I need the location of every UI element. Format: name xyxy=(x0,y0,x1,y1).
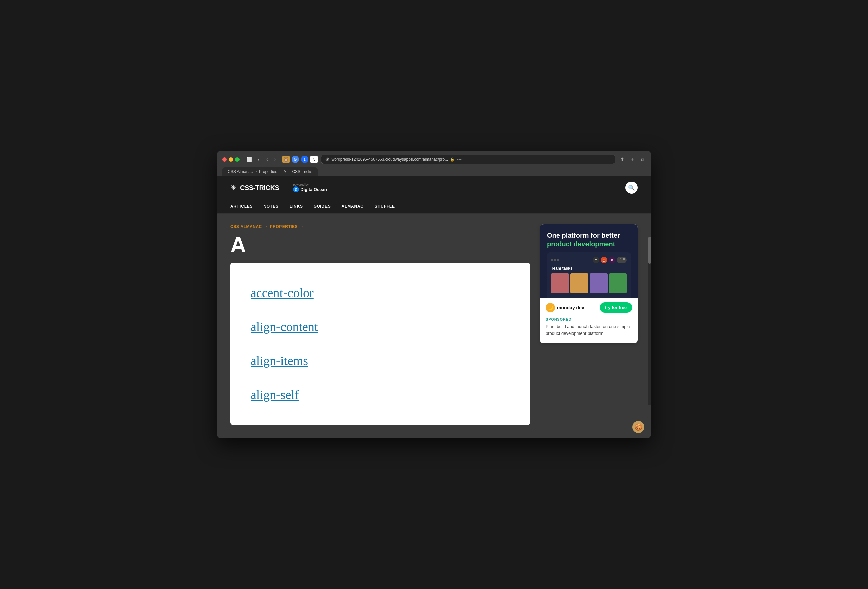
powered-by: powered by D DigitalOcean xyxy=(293,183,327,192)
ad-mockup: ⊙ 🦊 # +100 Team tasks xyxy=(547,253,631,297)
ad-dot-2 xyxy=(554,259,556,261)
chevron-down-icon[interactable]: ▾ xyxy=(255,156,262,163)
digital-ocean-icon: D xyxy=(293,186,299,192)
back-button[interactable]: ‹ xyxy=(265,155,269,163)
gitlab-icon-badge: 🦊 xyxy=(601,256,607,263)
owlkeys-extension-icon[interactable]: 🦉 xyxy=(282,155,289,163)
links-card: accent-color align-content align-items a… xyxy=(230,263,530,425)
nav-item-guides[interactable]: GUIDES xyxy=(314,199,331,213)
site-nav: ARTICLES NOTES LINKS GUIDES ALMANAC SHUF… xyxy=(217,199,651,214)
notion-extension-icon[interactable]: N xyxy=(310,155,318,163)
more-icon: ••• xyxy=(457,157,462,162)
split-view-icon[interactable]: ⧉ xyxy=(639,156,646,163)
main-content: CSS ALMANAC → PROPERTIES → A accent-colo… xyxy=(230,224,530,425)
ad-sponsored: SPONSORED Plan, build and launch faster,… xyxy=(540,317,638,343)
ad-dots xyxy=(551,259,559,261)
ad-kanban-col-1 xyxy=(551,273,569,293)
google-extension-icon[interactable]: G xyxy=(292,155,299,163)
nav-item-almanac[interactable]: ALMANAC xyxy=(342,199,364,213)
page-title: A xyxy=(230,234,530,256)
breadcrumb: CSS ALMANAC → PROPERTIES → xyxy=(230,224,530,229)
digital-ocean-logo: D DigitalOcean xyxy=(293,186,327,192)
cookie-icon[interactable]: 🍪 xyxy=(632,421,644,433)
monday-logo: 🌙 monday dev xyxy=(546,303,585,312)
ad-headline-line1: One platform for better xyxy=(547,232,620,239)
sponsored-description: Plan, build and launch faster, on one si… xyxy=(546,323,632,341)
search-button[interactable]: 🔍 xyxy=(626,182,638,194)
slack-icon-badge: # xyxy=(609,256,616,263)
ad-kanban-col-4 xyxy=(609,273,627,293)
lock-icon: 🔒 xyxy=(450,157,455,162)
nav-item-notes[interactable]: NOTES xyxy=(263,199,279,213)
address-bar[interactable]: ✳ wordpress-1242695-4567563.cloudwaysapp… xyxy=(321,155,616,164)
new-tab-icon[interactable]: + xyxy=(629,156,636,163)
content-area: CSS ALMANAC → PROPERTIES → A accent-colo… xyxy=(217,214,651,438)
ad-card: One platform for better product developm… xyxy=(540,224,638,343)
nav-item-articles[interactable]: ARTICLES xyxy=(230,199,252,213)
close-button[interactable] xyxy=(222,157,227,162)
nav-item-links[interactable]: LINKS xyxy=(289,199,303,213)
logo-name: CSS-TRICKS xyxy=(240,184,279,192)
ad-task-title: Team tasks xyxy=(551,266,627,271)
ad-dot-3 xyxy=(557,259,559,261)
logo-divider xyxy=(286,182,286,192)
ad-icons-row: ⊙ 🦊 # +100 xyxy=(593,256,627,263)
share-icon[interactable]: ⬆ xyxy=(619,156,626,163)
sidebar-toggle-icon[interactable]: ⬜ xyxy=(245,156,252,163)
link-accent-color[interactable]: accent-color xyxy=(251,276,510,310)
nav-item-shuffle[interactable]: SHUFFLE xyxy=(375,199,395,213)
ad-kanban-col-3 xyxy=(589,273,608,293)
ad-kanban-cols xyxy=(551,273,627,293)
traffic-lights xyxy=(222,157,239,162)
ad-kanban-col-2 xyxy=(570,273,589,293)
forward-button[interactable]: › xyxy=(273,155,277,163)
monday-text: monday dev xyxy=(557,305,585,310)
ad-dot-1 xyxy=(551,259,553,261)
breadcrumb-arrow-2: → xyxy=(300,224,304,229)
sponsored-label: SPONSORED xyxy=(546,317,632,321)
ad-headline: One platform for better product developm… xyxy=(547,231,631,249)
powered-by-text: powered by xyxy=(293,183,309,186)
ad-footer: 🌙 monday dev try for free xyxy=(540,297,638,317)
link-align-items[interactable]: align-items xyxy=(251,344,510,378)
breadcrumb-arrow-1: → xyxy=(264,224,268,229)
tab-title: CSS Almanac → Properties → A — CSS-Trick… xyxy=(228,169,312,174)
sidebar: One platform for better product developm… xyxy=(540,224,638,425)
minimize-button[interactable] xyxy=(229,157,233,162)
github-icon-badge: ⊙ xyxy=(593,256,599,263)
ad-image-section: One platform for better product developm… xyxy=(540,224,638,297)
ad-plus-badge: +100 xyxy=(617,256,627,263)
scrollbar-thumb[interactable] xyxy=(648,237,651,263)
browser-tab[interactable]: CSS Almanac → Properties → A — CSS-Trick… xyxy=(222,167,318,176)
url-text: wordpress-1242695-4567563.cloudwaysapps.… xyxy=(332,157,449,162)
site-logo[interactable]: ✳ CSS-TRICKS powered by D DigitalOcean xyxy=(230,182,327,192)
ad-mockup-header: ⊙ 🦊 # +100 xyxy=(551,256,627,263)
breadcrumb-almanac[interactable]: CSS ALMANAC xyxy=(230,224,262,229)
scrollbar[interactable] xyxy=(648,237,651,405)
ad-headline-line2: product development xyxy=(547,240,615,248)
breadcrumb-properties[interactable]: PROPERTIES xyxy=(270,224,298,229)
site-header: ✳ CSS-TRICKS powered by D DigitalOcean 🔍 xyxy=(217,176,651,199)
maximize-button[interactable] xyxy=(235,157,239,162)
link-align-self[interactable]: align-self xyxy=(251,378,510,411)
digital-ocean-text: DigitalOcean xyxy=(300,187,327,192)
onepassword-extension-icon[interactable]: 1 xyxy=(301,155,309,163)
logo-asterisk-icon: ✳ xyxy=(230,183,236,192)
try-free-button[interactable]: try for free xyxy=(599,302,632,313)
monday-icon: 🌙 xyxy=(546,303,555,312)
link-align-content[interactable]: align-content xyxy=(251,310,510,344)
